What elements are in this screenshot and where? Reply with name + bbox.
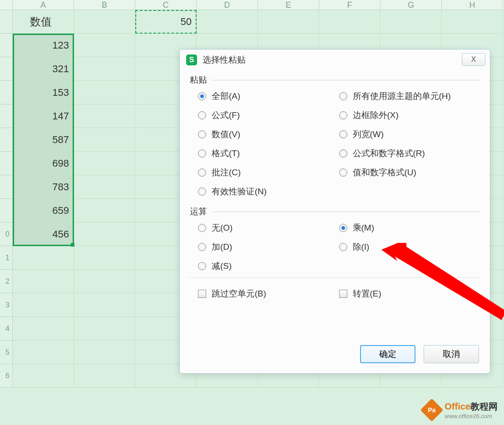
cell-a9[interactable]: 659 bbox=[13, 199, 74, 222]
row-header[interactable] bbox=[0, 104, 13, 128]
radio-icon bbox=[198, 188, 206, 196]
radio-icon bbox=[339, 224, 347, 232]
radio-op-subtract[interactable]: 减(S) bbox=[198, 260, 339, 272]
radio-icon bbox=[198, 168, 206, 177]
cell-a3[interactable]: 321 bbox=[13, 57, 74, 81]
radio-icon bbox=[339, 168, 347, 177]
cell[interactable] bbox=[74, 222, 135, 246]
wps-app-icon: S bbox=[186, 54, 197, 65]
row-header[interactable]: 1 bbox=[0, 246, 13, 270]
cell[interactable] bbox=[74, 81, 135, 104]
col-header-c[interactable]: C bbox=[135, 0, 197, 10]
radio-icon bbox=[339, 92, 347, 100]
cell[interactable] bbox=[442, 10, 503, 34]
cell[interactable] bbox=[74, 10, 135, 34]
cell-a1[interactable]: 数值 bbox=[13, 10, 74, 34]
row-header[interactable]: 4 bbox=[0, 317, 13, 341]
radio-icon bbox=[198, 149, 206, 158]
row-header[interactable] bbox=[0, 10, 13, 34]
cell[interactable] bbox=[74, 57, 135, 81]
cell-a8[interactable]: 783 bbox=[13, 175, 74, 199]
row-header[interactable]: 2 bbox=[0, 270, 13, 293]
row-header[interactable]: 0 bbox=[0, 222, 13, 246]
col-header-a[interactable]: A bbox=[13, 0, 74, 10]
checkbox-transpose[interactable]: 转置(E) bbox=[339, 288, 480, 300]
radio-paste-values[interactable]: 数值(V) bbox=[198, 128, 339, 140]
dialog-title: 选择性粘贴 bbox=[203, 54, 246, 66]
cell-a5[interactable]: 147 bbox=[13, 104, 74, 128]
radio-paste-formula-num-format[interactable]: 公式和数字格式(R) bbox=[339, 148, 480, 159]
cell[interactable] bbox=[74, 246, 135, 270]
cell-a4[interactable]: 153 bbox=[13, 81, 74, 104]
radio-icon bbox=[198, 224, 206, 232]
row-header[interactable]: 5 bbox=[0, 341, 13, 364]
radio-paste-no-border[interactable]: 边框除外(X) bbox=[339, 109, 480, 121]
row-header[interactable]: 6 bbox=[0, 364, 13, 388]
cell[interactable] bbox=[74, 175, 135, 199]
row-header[interactable] bbox=[0, 199, 13, 222]
paste-legend: 粘贴 bbox=[190, 74, 207, 86]
radio-op-divide[interactable]: 除(I) bbox=[339, 241, 480, 253]
radio-paste-formulas[interactable]: 公式(F) bbox=[198, 109, 339, 121]
row-header[interactable] bbox=[0, 152, 13, 175]
col-header-b[interactable]: B bbox=[74, 0, 135, 10]
row-header[interactable] bbox=[0, 175, 13, 199]
cell[interactable] bbox=[13, 364, 74, 388]
cell[interactable] bbox=[13, 246, 74, 270]
col-header-e[interactable]: E bbox=[258, 0, 319, 10]
dialog-titlebar[interactable]: S 选择性粘贴 X bbox=[180, 49, 490, 70]
cell-a6[interactable]: 587 bbox=[13, 128, 74, 152]
row-header[interactable] bbox=[0, 57, 13, 81]
cell-a7[interactable]: 698 bbox=[13, 152, 74, 175]
cell[interactable] bbox=[74, 34, 135, 57]
radio-op-none[interactable]: 无(O) bbox=[198, 222, 339, 234]
cell[interactable] bbox=[74, 317, 135, 341]
cell-a2[interactable]: 123 bbox=[13, 34, 74, 57]
close-button[interactable]: X bbox=[462, 53, 485, 66]
cell[interactable] bbox=[74, 293, 135, 317]
cell[interactable] bbox=[74, 270, 135, 293]
radio-op-multiply[interactable]: 乘(M) bbox=[339, 222, 480, 234]
radio-paste-all[interactable]: 全部(A) bbox=[198, 90, 339, 102]
radio-icon bbox=[198, 243, 206, 251]
cell[interactable] bbox=[13, 341, 74, 364]
cell-a10[interactable]: 456 bbox=[13, 222, 74, 246]
radio-paste-comments[interactable]: 批注(C) bbox=[198, 167, 339, 178]
cell[interactable] bbox=[74, 152, 135, 175]
radio-paste-source-theme[interactable]: 所有使用源主题的单元(H) bbox=[339, 90, 480, 102]
col-header-f[interactable]: F bbox=[319, 0, 380, 10]
cell[interactable] bbox=[13, 270, 74, 293]
cell[interactable] bbox=[197, 10, 258, 34]
cell[interactable] bbox=[74, 128, 135, 152]
row-header[interactable] bbox=[0, 34, 13, 57]
cancel-button[interactable]: 取消 bbox=[424, 345, 479, 363]
operation-fieldset: 运算 无(O) 加(D) 减(S) 乘(M) 除(I) bbox=[190, 206, 480, 272]
cell[interactable] bbox=[13, 317, 74, 341]
row-header[interactable] bbox=[0, 128, 13, 152]
col-header-h[interactable]: H bbox=[442, 0, 503, 10]
cell[interactable] bbox=[319, 10, 380, 34]
cell[interactable] bbox=[74, 104, 135, 128]
cell[interactable] bbox=[74, 341, 135, 364]
cell[interactable] bbox=[380, 10, 442, 34]
row-header[interactable]: 3 bbox=[0, 293, 13, 317]
paste-fieldset: 粘贴 全部(A) 公式(F) 数值(V) 格式(T) 批注(C) 有效性验证(N… bbox=[190, 74, 480, 198]
radio-paste-validation[interactable]: 有效性验证(N) bbox=[198, 186, 339, 198]
cell[interactable] bbox=[74, 364, 135, 388]
row-header[interactable] bbox=[0, 81, 13, 104]
cell[interactable] bbox=[74, 199, 135, 222]
ok-button[interactable]: 确定 bbox=[360, 345, 415, 363]
radio-paste-formats[interactable]: 格式(T) bbox=[198, 148, 339, 159]
radio-paste-value-num-format[interactable]: 值和数字格式(U) bbox=[339, 167, 480, 178]
col-header-g[interactable]: G bbox=[380, 0, 442, 10]
checkbox-skip-blanks[interactable]: 跳过空单元(B) bbox=[198, 288, 339, 300]
cell[interactable] bbox=[13, 293, 74, 317]
cell-c1[interactable]: 50 bbox=[135, 10, 197, 34]
radio-paste-col-width[interactable]: 列宽(W) bbox=[339, 128, 480, 140]
radio-op-add[interactable]: 加(D) bbox=[198, 241, 339, 253]
operation-legend: 运算 bbox=[190, 206, 207, 217]
cell[interactable] bbox=[258, 10, 319, 34]
col-header-d[interactable]: D bbox=[197, 0, 258, 10]
radio-icon bbox=[339, 243, 347, 251]
checkbox-icon bbox=[339, 290, 347, 298]
